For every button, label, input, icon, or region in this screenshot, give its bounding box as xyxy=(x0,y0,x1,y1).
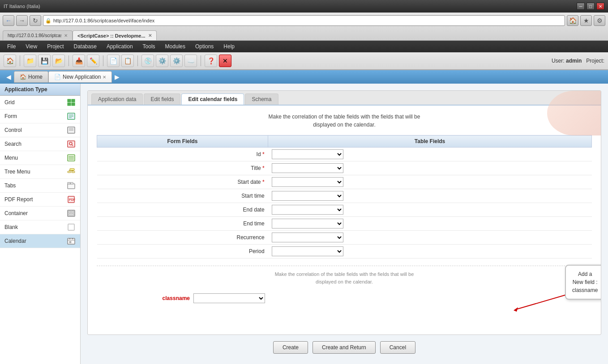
sidebar-item-control[interactable]: Control xyxy=(0,123,80,137)
field-select-period[interactable] xyxy=(272,246,343,256)
forward-button[interactable]: → xyxy=(16,15,28,26)
home-icon: 🏠 xyxy=(20,74,26,80)
content-panel: Application data Edit fields Edit calend… xyxy=(81,84,608,364)
toolbar-close-btn[interactable]: ✕ xyxy=(219,55,231,67)
field-select-endtime[interactable] xyxy=(272,219,343,229)
svg-rect-30 xyxy=(69,211,71,213)
sidebar-control-label: Control xyxy=(4,127,22,133)
panel-bg-decoration xyxy=(547,91,601,135)
toolbar-folder-btn[interactable]: 📂 xyxy=(52,55,65,67)
toolbar-open-btn[interactable]: 📁 xyxy=(24,55,36,67)
toolbar-save-btn[interactable]: 💾 xyxy=(38,55,51,67)
col-table-fields: Table Fields xyxy=(268,135,592,148)
field-select-recurrence[interactable] xyxy=(272,233,343,242)
sidebar-item-search[interactable]: Search xyxy=(0,137,80,151)
menu-help[interactable]: Help xyxy=(219,42,239,51)
toolbar-gear-btn[interactable]: ⚙️ xyxy=(156,55,168,67)
close-button[interactable]: ✕ xyxy=(596,3,604,10)
newapp-tab-close[interactable]: ✕ xyxy=(103,75,106,80)
sidebar-header: Application Type xyxy=(0,84,80,96)
toolbar-disk-btn[interactable]: 💿 xyxy=(141,55,154,67)
toolbar-edit-btn[interactable]: ✏️ xyxy=(87,55,99,67)
app-tab-newapp[interactable]: 📄 New Application ✕ xyxy=(48,71,112,83)
tab-edit-calendar-fields[interactable]: Edit calendar fields xyxy=(181,93,244,105)
menu-application[interactable]: Application xyxy=(102,42,137,51)
menu-file[interactable]: File xyxy=(3,42,20,51)
menu-project[interactable]: Project xyxy=(43,42,68,51)
description-line1: Make the correlation of the table fields… xyxy=(269,114,420,120)
sidebar-item-grid[interactable]: Grid xyxy=(0,96,80,110)
maximize-button[interactable]: □ xyxy=(587,3,595,10)
browser-tab-1[interactable]: http://127.0.0.1:86/scriptcase... ✕ xyxy=(3,30,73,40)
sidebar-item-calendar[interactable]: Calendar ▦ xyxy=(0,234,80,248)
project-label: Project: xyxy=(586,58,604,64)
sidebar-item-tabs[interactable]: Tabs xyxy=(0,179,80,193)
svg-rect-20 xyxy=(72,171,75,173)
sidebar-item-blank[interactable]: Blank xyxy=(0,220,80,234)
sidebar-item-container[interactable]: Container xyxy=(0,207,80,220)
toolbar-doc-btn[interactable]: 📄 xyxy=(107,55,120,67)
field-select-title[interactable] xyxy=(272,163,343,173)
toolbar-home-btn[interactable]: 🏠 xyxy=(4,55,16,67)
browser-tab-1-close[interactable]: ✕ xyxy=(64,33,68,38)
tab-edit-fields[interactable]: Edit fields xyxy=(144,93,180,105)
sidebar-menu-label: Menu xyxy=(4,155,18,161)
browser-nav: ← → ↻ 🔒 🏠 ★ ⚙ xyxy=(0,13,608,29)
toolbar-gear2-btn[interactable]: ⚙️ xyxy=(170,55,183,67)
required-marker: * xyxy=(262,151,265,157)
browser-tab-2[interactable]: <ScriptCase> :: Developme... ✕ xyxy=(73,30,157,40)
browser-tab-2-close[interactable]: ✕ xyxy=(148,33,152,38)
create-button[interactable]: Create xyxy=(273,341,308,354)
sidebar-item-form[interactable]: Form xyxy=(0,110,80,123)
refresh-button[interactable]: ↻ xyxy=(30,15,41,26)
create-and-return-button[interactable]: Create and Return xyxy=(313,341,376,354)
app-tab-home[interactable]: 🏠 Home xyxy=(14,71,48,83)
toolbar-import-btn[interactable]: 📥 xyxy=(73,55,85,67)
cancel-button[interactable]: Cancel xyxy=(380,341,415,354)
field-label-startdate: Start date * xyxy=(97,175,268,189)
tab-schema[interactable]: Schema xyxy=(245,93,278,105)
field-select-startdate[interactable] xyxy=(272,177,343,187)
toolbar-sep-4 xyxy=(137,55,138,66)
bookmark-button[interactable]: ★ xyxy=(580,15,592,26)
sidebar-container-label: Container xyxy=(4,210,28,216)
menu-database[interactable]: Database xyxy=(69,42,101,51)
field-select-id[interactable] xyxy=(272,149,343,159)
table-row: Id * xyxy=(97,148,592,161)
table-row: End time xyxy=(97,217,592,231)
toolbar-copy-btn[interactable]: 📋 xyxy=(121,55,134,67)
svg-rect-37 xyxy=(72,238,73,239)
tab-arrow-left[interactable]: ◀ xyxy=(4,73,14,80)
field-label-title: Title * xyxy=(97,161,268,175)
form-description-bottom: Make the correlation of the table fields… xyxy=(97,271,592,285)
home-nav-button[interactable]: 🏠 xyxy=(567,15,578,26)
toolbar-cloud-btn[interactable]: ☁️ xyxy=(184,55,197,67)
menu-options[interactable]: Options xyxy=(191,42,218,51)
field-select-classname[interactable] xyxy=(193,293,265,303)
table-row: Period xyxy=(97,245,592,258)
table-row: End date xyxy=(97,203,592,217)
settings-button[interactable]: ⚙ xyxy=(594,15,605,26)
calendar-icon: ▦ xyxy=(67,237,76,245)
sidebar-item-pdf[interactable]: PDF Report PDF xyxy=(0,193,80,207)
field-select-cell-enddate xyxy=(268,203,592,217)
window-controls[interactable]: ─ □ ✕ xyxy=(577,3,604,10)
content-inner: Application data Edit fields Edit calend… xyxy=(87,90,601,335)
field-select-starttime[interactable] xyxy=(272,191,343,201)
tab-application-data[interactable]: Application data xyxy=(91,93,143,105)
field-select-cell-endtime xyxy=(268,217,592,231)
browser-tab-1-label: http://127.0.0.1:86/scriptcase... xyxy=(8,33,61,38)
menu-modules[interactable]: Modules xyxy=(161,42,190,51)
menu-tools[interactable]: Tools xyxy=(138,42,160,51)
tab-arrow-right[interactable]: ▶ xyxy=(112,73,122,80)
sidebar-item-treemenu[interactable]: Tree Menu xyxy=(0,165,80,179)
address-bar[interactable] xyxy=(53,18,563,23)
toolbar-help-btn[interactable]: ❓ xyxy=(205,55,217,67)
table-row: Start time xyxy=(97,189,592,203)
minimize-button[interactable]: ─ xyxy=(577,3,585,10)
menu-view[interactable]: View xyxy=(21,42,42,51)
bottom-buttons: Create Create and Return Cancel xyxy=(87,335,601,360)
sidebar-item-menu[interactable]: Menu xyxy=(0,151,80,165)
field-select-enddate[interactable] xyxy=(272,205,343,215)
back-button[interactable]: ← xyxy=(3,15,14,26)
